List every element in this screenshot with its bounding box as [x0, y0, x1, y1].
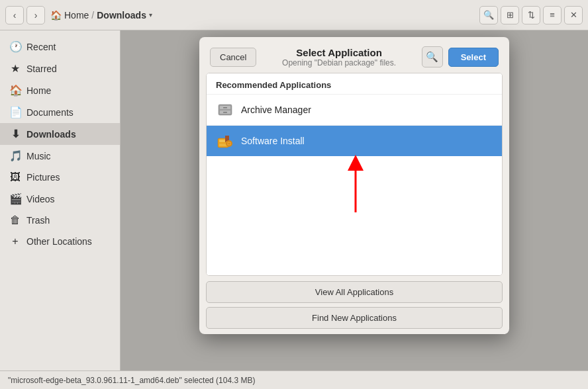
- music-icon: 🎵: [9, 150, 21, 162]
- dialog-search-icon: 🔍: [426, 51, 438, 63]
- sidebar-item-trash[interactable]: 🗑 Trash: [0, 210, 120, 231]
- sidebar-item-label: Trash: [26, 215, 50, 226]
- sidebar-item-label: Videos: [26, 194, 55, 204]
- svg-rect-15: [226, 143, 228, 144]
- dialog-title: Select Application: [262, 47, 416, 58]
- close-icon: ✕: [570, 10, 577, 20]
- app-list-item-archive-manager[interactable]: Archive Manager: [207, 94, 502, 125]
- sidebar: 🕐 Recent ★ Starred 🏠 Home 📄 Documents ⬇ …: [0, 30, 121, 370]
- sidebar-item-downloads[interactable]: ⬇ Downloads: [0, 123, 120, 145]
- starred-icon: ★: [9, 62, 21, 75]
- home-icon: 🏠: [50, 10, 62, 21]
- view-all-applications-button[interactable]: View All Applications: [206, 281, 503, 303]
- sidebar-item-label: Other Locations: [26, 236, 92, 247]
- back-icon: ‹: [13, 10, 17, 21]
- menu-icon: ≡: [550, 10, 555, 20]
- sidebar-item-pictures[interactable]: 🖼 Pictures: [0, 167, 120, 188]
- downloads-icon: ⬇: [9, 128, 21, 140]
- svg-rect-13: [228, 141, 230, 142]
- sidebar-item-videos[interactable]: 🎬 Videos: [0, 188, 120, 210]
- titlebar-actions: 🔍 ⊞ ⇅ ≡ ✕: [479, 6, 583, 24]
- search-icon: 🔍: [483, 10, 494, 20]
- dialog-search-button[interactable]: 🔍: [422, 46, 443, 67]
- view-icon: ⊞: [507, 10, 514, 20]
- sidebar-item-home[interactable]: 🏠 Home: [0, 79, 120, 101]
- dialog-overlay: Cancel Select Application Opening "Debia…: [121, 30, 588, 370]
- view-toggle-button[interactable]: ⊞: [501, 6, 519, 24]
- software-install-icon: [216, 132, 234, 150]
- dropdown-icon[interactable]: ▾: [149, 11, 152, 19]
- sort-icon: ⇅: [528, 10, 535, 20]
- status-text: "microsoft-edge-beta_93.0.961.11-1_amd64…: [8, 376, 255, 385]
- archive-manager-label: Archive Manager: [241, 105, 311, 115]
- archive-manager-icon: [216, 101, 234, 119]
- sidebar-item-label: Recent: [26, 42, 56, 52]
- dialog-header: Cancel Select Application Opening "Debia…: [199, 37, 509, 73]
- recent-icon: 🕐: [9, 40, 21, 53]
- back-button[interactable]: ‹: [5, 6, 24, 24]
- sidebar-item-documents[interactable]: 📄 Documents: [0, 101, 120, 123]
- nav-buttons: ‹ ›: [5, 6, 45, 24]
- svg-rect-16: [231, 143, 232, 144]
- sidebar-item-label: Starred: [26, 64, 57, 74]
- home-icon: 🏠: [9, 84, 21, 97]
- cancel-button[interactable]: Cancel: [210, 48, 256, 67]
- sidebar-item-label: Pictures: [26, 172, 60, 183]
- software-install-label: Software Install: [241, 136, 305, 146]
- svg-point-12: [228, 143, 230, 145]
- trash-icon: 🗑: [9, 214, 21, 226]
- select-button[interactable]: Select: [448, 48, 499, 67]
- dialog-body: Recommended Applications: [206, 73, 503, 276]
- breadcrumb-separator: /: [91, 10, 94, 21]
- find-new-applications-button[interactable]: Find New Applications: [206, 307, 503, 329]
- main-layout: 🕐 Recent ★ Starred 🏠 Home 📄 Documents ⬇ …: [0, 30, 588, 370]
- home-label: Home: [64, 10, 89, 21]
- svg-rect-14: [228, 146, 230, 147]
- sidebar-item-label: Downloads: [26, 129, 76, 140]
- svg-rect-4: [223, 112, 227, 113]
- breadcrumb: 🏠 Home / Downloads ▾: [50, 10, 479, 21]
- other-locations-icon: +: [9, 236, 21, 247]
- sidebar-item-recent[interactable]: 🕐 Recent: [0, 36, 120, 58]
- forward-icon: ›: [34, 10, 38, 21]
- pictures-icon: 🖼: [9, 171, 21, 183]
- svg-rect-3: [223, 107, 227, 108]
- current-folder-label[interactable]: Downloads: [97, 10, 146, 21]
- sidebar-item-label: Music: [26, 151, 51, 161]
- sidebar-item-music[interactable]: 🎵 Music: [0, 145, 120, 167]
- sidebar-item-label: Documents: [26, 107, 74, 118]
- dialog-subtitle: Opening "Debian package" files.: [262, 58, 416, 67]
- videos-icon: 🎬: [9, 193, 21, 205]
- dialog-title-group: Select Application Opening "Debian packa…: [262, 47, 416, 67]
- titlebar: ‹ › 🏠 Home / Downloads ▾ 🔍 ⊞ ⇅ ≡ ✕: [0, 0, 588, 30]
- search-button[interactable]: 🔍: [479, 6, 498, 24]
- sidebar-item-starred[interactable]: ★ Starred: [0, 58, 120, 79]
- sidebar-item-label: Home: [26, 85, 51, 96]
- recommended-section-label: Recommended Applications: [207, 73, 502, 94]
- app-list-item-software-install[interactable]: Software Install: [207, 125, 502, 156]
- content-area: Cancel Select Application Opening "Debia…: [121, 30, 588, 370]
- sort-button[interactable]: ⇅: [522, 6, 540, 24]
- forward-button[interactable]: ›: [26, 6, 45, 24]
- documents-icon: 📄: [9, 106, 21, 118]
- dialog-empty-area: [207, 156, 502, 275]
- menu-button[interactable]: ≡: [543, 6, 562, 24]
- home-breadcrumb[interactable]: 🏠 Home: [50, 10, 89, 21]
- sidebar-item-other-locations[interactable]: + Other Locations: [0, 231, 120, 252]
- dialog-footer: View All Applications Find New Applicati…: [199, 276, 509, 334]
- select-application-dialog: Cancel Select Application Opening "Debia…: [199, 37, 509, 334]
- statusbar: "microsoft-edge-beta_93.0.961.11-1_amd64…: [0, 370, 588, 389]
- close-button[interactable]: ✕: [564, 6, 583, 24]
